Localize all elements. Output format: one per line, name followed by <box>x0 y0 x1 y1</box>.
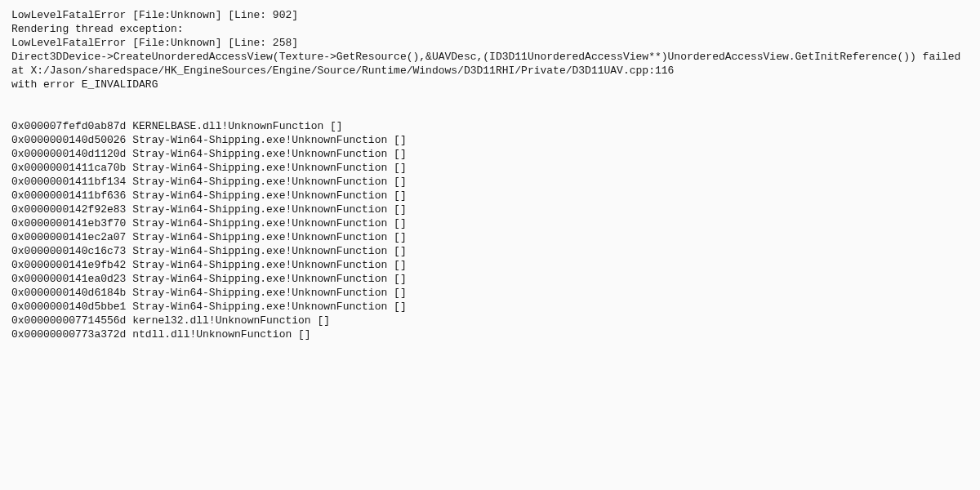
stack-frame: 0x0000000141ea0d23 Stray-Win64-Shipping.… <box>11 272 969 286</box>
stack-frame: 0x000007fefd0ab87d KERNELBASE.dll!Unknow… <box>11 119 969 133</box>
stack-frame: 0x00000001411bf636 Stray-Win64-Shipping.… <box>11 189 969 203</box>
stack-frame: 0x0000000140d6184b Stray-Win64-Shipping.… <box>11 286 969 300</box>
log-line: at X:/Jason/sharedspace/HK_EngineSources… <box>11 64 969 78</box>
log-line: LowLevelFatalError [File:Unknown] [Line:… <box>11 36 969 50</box>
log-line: LowLevelFatalError [File:Unknown] [Line:… <box>11 8 969 22</box>
blank-separator <box>11 91 969 119</box>
stack-frame: 0x0000000142f92e83 Stray-Win64-Shipping.… <box>11 203 969 216</box>
stack-trace-block: 0x000007fefd0ab87d KERNELBASE.dll!Unknow… <box>11 119 969 341</box>
log-line: with error E_INVALIDARG <box>11 78 969 91</box>
stack-frame: 0x00000001411ca70b Stray-Win64-Shipping.… <box>11 161 969 175</box>
stack-frame: 0x000000007714556d kernel32.dll!UnknownF… <box>11 314 969 327</box>
stack-frame: 0x0000000140d5bbe1 Stray-Win64-Shipping.… <box>11 300 969 314</box>
log-line: Direct3DDevice->CreateUnorderedAccessVie… <box>11 50 969 64</box>
stack-frame: 0x00000000773a372d ntdll.dll!UnknownFunc… <box>11 327 969 341</box>
log-line: Rendering thread exception: <box>11 22 969 36</box>
stack-frame: 0x0000000141eb3f70 Stray-Win64-Shipping.… <box>11 216 969 230</box>
error-header-block: LowLevelFatalError [File:Unknown] [Line:… <box>11 8 969 91</box>
stack-frame: 0x0000000140c16c73 Stray-Win64-Shipping.… <box>11 244 969 258</box>
stack-frame: 0x00000001411bf134 Stray-Win64-Shipping.… <box>11 175 969 189</box>
stack-frame: 0x0000000141ec2a07 Stray-Win64-Shipping.… <box>11 230 969 244</box>
stack-frame: 0x0000000140d1120d Stray-Win64-Shipping.… <box>11 147 969 161</box>
stack-frame: 0x0000000141e9fb42 Stray-Win64-Shipping.… <box>11 258 969 272</box>
stack-frame: 0x0000000140d50026 Stray-Win64-Shipping.… <box>11 133 969 147</box>
